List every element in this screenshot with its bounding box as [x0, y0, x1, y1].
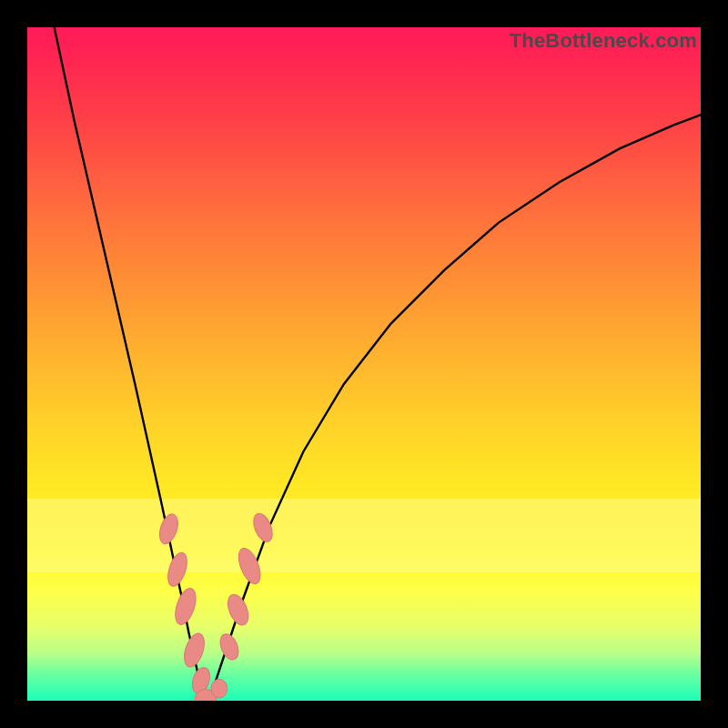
curve-marker: [224, 592, 252, 628]
curve-marker: [180, 631, 207, 669]
curve-marker: [171, 586, 199, 627]
chart-frame: TheBottleneck.com: [27, 27, 701, 701]
curve-marker: [217, 632, 242, 662]
curve-marker: [157, 511, 181, 546]
curve-marker: [250, 511, 277, 544]
curve-plot: [27, 27, 701, 701]
curve-marker: [165, 551, 191, 589]
curve-right-branch: [209, 115, 701, 701]
marker-layer: [157, 511, 277, 701]
curve-marker: [211, 679, 228, 698]
